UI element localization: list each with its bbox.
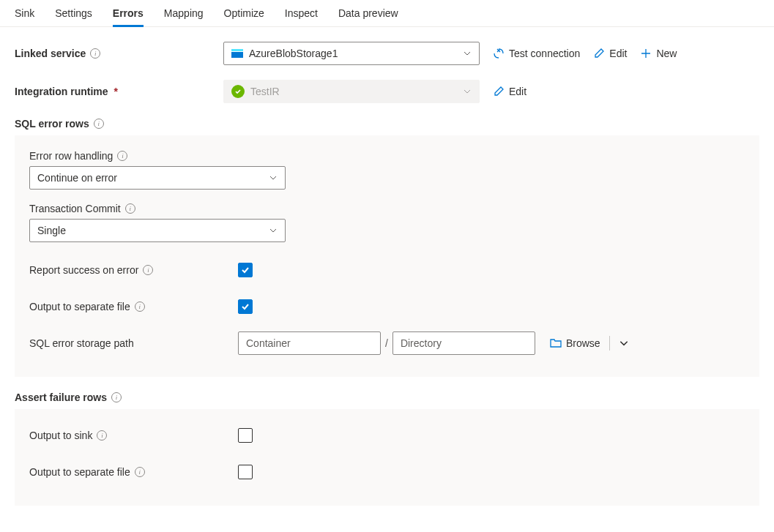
info-icon[interactable]: i xyxy=(143,265,153,275)
output-separate-file-label: Output to separate file i xyxy=(29,301,238,312)
directory-input[interactable] xyxy=(392,331,535,355)
info-icon[interactable]: i xyxy=(90,48,100,59)
separator xyxy=(609,336,610,351)
chevron-down-icon xyxy=(463,87,472,96)
sql-error-path-label: SQL error storage path xyxy=(29,337,238,349)
tab-data-preview[interactable]: Data preview xyxy=(338,7,398,26)
browse-chevron[interactable] xyxy=(619,338,629,348)
azure-blob-icon xyxy=(231,49,243,58)
sql-error-rows-title: SQL error rows i xyxy=(15,118,759,130)
tab-optimize[interactable]: Optimize xyxy=(224,7,264,26)
linked-service-label: Linked service i xyxy=(15,48,223,59)
chevron-down-icon xyxy=(269,226,278,235)
error-row-handling-select[interactable]: Continue on error xyxy=(29,166,286,190)
tab-errors[interactable]: Errors xyxy=(113,7,144,26)
plus-icon xyxy=(640,48,652,59)
tab-sink[interactable]: Sink xyxy=(15,7,34,26)
check-circle-icon xyxy=(231,85,245,98)
integration-runtime-label: Integration runtime* xyxy=(15,86,223,97)
edit-icon xyxy=(493,86,505,97)
folder-icon xyxy=(550,338,562,348)
chevron-down-icon xyxy=(463,49,472,58)
tab-mapping[interactable]: Mapping xyxy=(164,7,204,26)
linked-service-value: AzureBlobStorage1 xyxy=(249,48,338,59)
info-icon[interactable]: i xyxy=(135,301,145,312)
connection-icon xyxy=(493,48,505,59)
error-row-handling-label: Error row handling i xyxy=(29,150,745,162)
output-to-sink-checkbox[interactable] xyxy=(238,428,253,443)
info-icon[interactable]: i xyxy=(111,392,122,402)
transaction-commit-select[interactable]: Single xyxy=(29,219,286,242)
info-icon[interactable]: i xyxy=(94,119,104,129)
integration-runtime-value: TestIR xyxy=(250,86,280,97)
chevron-down-icon xyxy=(269,173,278,182)
report-success-checkbox[interactable] xyxy=(238,263,253,277)
browse-button[interactable]: Browse xyxy=(550,337,600,349)
assert-failure-rows-title: Assert failure rows i xyxy=(15,391,759,403)
sql-error-rows-panel: Error row handling i Continue on error T… xyxy=(15,135,759,377)
tab-bar: Sink Settings Errors Mapping Optimize In… xyxy=(0,0,774,27)
tab-inspect[interactable]: Inspect xyxy=(285,7,318,26)
edit-icon xyxy=(593,48,605,59)
linked-service-select[interactable]: AzureBlobStorage1 xyxy=(223,42,480,65)
assert-output-separate-label: Output to separate file i xyxy=(29,466,238,478)
edit-ir-link[interactable]: Edit xyxy=(493,86,526,97)
tab-settings[interactable]: Settings xyxy=(55,7,92,26)
info-icon[interactable]: i xyxy=(97,430,107,441)
report-success-label: Report success on error i xyxy=(29,264,238,276)
test-connection-button[interactable]: Test connection xyxy=(493,48,580,59)
new-link[interactable]: New xyxy=(640,48,677,59)
edit-link[interactable]: Edit xyxy=(593,48,627,59)
output-separate-file-checkbox[interactable] xyxy=(238,299,253,314)
path-separator: / xyxy=(385,337,388,349)
transaction-commit-label: Transaction Commit i xyxy=(29,203,745,214)
info-icon[interactable]: i xyxy=(125,203,135,214)
integration-runtime-select: TestIR xyxy=(223,80,480,103)
info-icon[interactable]: i xyxy=(135,467,145,477)
info-icon[interactable]: i xyxy=(117,151,127,161)
output-to-sink-label: Output to sink i xyxy=(29,430,238,441)
assert-failure-rows-panel: Output to sink i Output to separate file… xyxy=(15,409,759,506)
container-input[interactable] xyxy=(238,331,381,355)
assert-output-separate-checkbox[interactable] xyxy=(238,465,253,479)
